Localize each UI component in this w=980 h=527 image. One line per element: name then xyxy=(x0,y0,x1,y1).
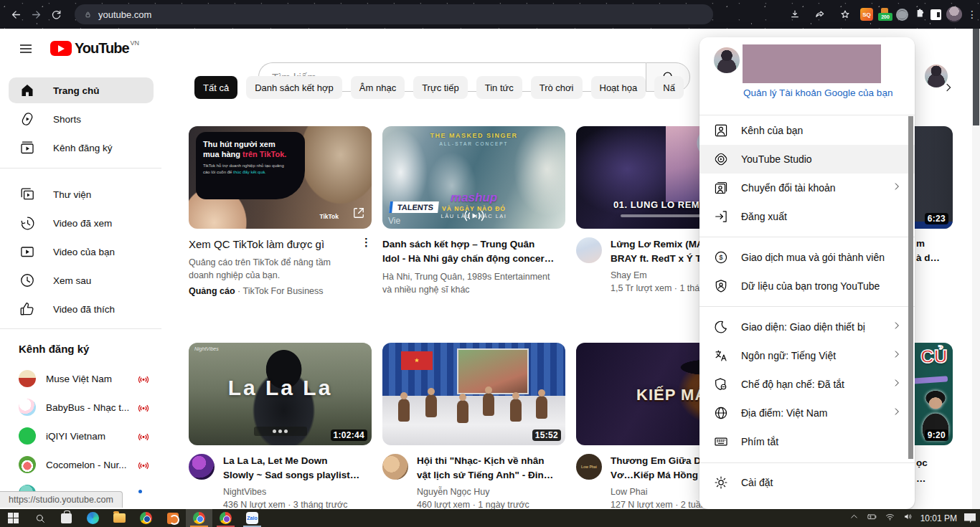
chip-mixes[interactable]: Danh sách kết hợp xyxy=(246,76,342,99)
extensions-puzzle-icon[interactable] xyxy=(913,7,925,22)
extension-sq-icon[interactable]: SQ xyxy=(860,8,873,21)
menu-item-appearance[interactable]: Giao diện: Giao diện thiết bị xyxy=(699,313,915,341)
channel-name[interactable]: NightVibes xyxy=(223,485,372,498)
menu-divider xyxy=(699,115,915,115)
taskbar-orange-app-icon[interactable] xyxy=(159,509,186,527)
sidebar-item-label: Video của bạn xyxy=(53,247,115,257)
video-title[interactable]: La La La, Let Me Down xyxy=(223,454,372,468)
scrollbar-thumb[interactable] xyxy=(973,29,979,125)
menu-item-settings[interactable]: Cài đặt xyxy=(699,468,915,497)
sidebar-item-home[interactable]: Trang chủ xyxy=(0,76,162,105)
chip-cooking[interactable]: Nấ xyxy=(654,76,684,99)
reload-button[interactable] xyxy=(46,4,66,24)
hamburger-menu-icon[interactable] xyxy=(17,40,34,57)
sidebar-item-history[interactable]: Video đã xem xyxy=(0,209,162,237)
menu-item-your-channel[interactable]: Kênh của bạn xyxy=(699,116,915,145)
download-icon[interactable] xyxy=(785,4,805,24)
video-thumbnail[interactable]: 15:52 xyxy=(382,343,565,445)
video-title[interactable]: vật lịch sử Tiếng Anh" - Đin… xyxy=(417,468,565,483)
taskbar-browser2-icon[interactable] xyxy=(212,509,239,527)
chip-music[interactable]: Âm nhạc xyxy=(351,76,405,99)
menu-item-your-data[interactable]: Dữ liệu của bạn trong YouTube xyxy=(699,272,915,300)
menu-item-language[interactable]: Ngôn ngữ: Tiếng Việt xyxy=(699,341,915,370)
kebab-menu-icon[interactable]: ⋮ xyxy=(361,237,372,247)
sidebar-item-subscriptions[interactable]: Kênh đăng ký xyxy=(0,133,162,162)
channel-avatar xyxy=(19,456,36,473)
sidebar-item-library[interactable]: Thư viện xyxy=(0,180,162,209)
channel-name: Muse Việt Nam xyxy=(46,374,138,384)
chip-gaming[interactable]: Trò chơi xyxy=(531,76,583,99)
taskbar-zalo-icon[interactable]: Zalo xyxy=(239,509,265,527)
taskbar-chrome-icon[interactable] xyxy=(186,509,212,527)
chip-live[interactable]: Trực tiếp xyxy=(413,76,468,99)
channel-name[interactable]: Nguyễn Ngọc Huy xyxy=(417,485,565,498)
bookmark-star-icon[interactable] xyxy=(835,4,855,24)
stage-backdrop xyxy=(457,348,529,394)
sidebar-item-watch-later[interactable]: Xem sau xyxy=(0,266,162,295)
video-title[interactable]: Danh sách kết hợp – Trung Quân xyxy=(382,237,565,252)
svg-text:$: $ xyxy=(719,253,723,261)
volume-icon[interactable] xyxy=(903,511,913,525)
share-icon[interactable] xyxy=(810,4,830,24)
wifi-icon[interactable] xyxy=(885,511,895,525)
sidebar-item-label: Video đã thích xyxy=(53,304,115,315)
sidebar-item-your-videos[interactable]: Video của bạn xyxy=(0,237,162,266)
logo-text: YouTube xyxy=(75,41,129,56)
youtube-logo[interactable]: YouTube VN xyxy=(50,41,139,56)
battery-icon[interactable] xyxy=(867,511,877,525)
menu-scrollbar-thumb[interactable] xyxy=(908,116,913,459)
address-bar[interactable]: youtube.com xyxy=(75,4,713,24)
chevron-right-icon xyxy=(892,181,902,194)
clock[interactable]: 10:01 PM xyxy=(920,513,957,523)
sidebar-channel-babybus[interactable]: BabyBus - Nhạc t... xyxy=(0,393,162,422)
video-thumbnail[interactable]: NightVibes La La La 1:02:44 xyxy=(189,343,372,445)
extension-globe-icon[interactable] xyxy=(896,9,908,21)
menu-item-sign-out[interactable]: Đăng xuất xyxy=(699,202,915,231)
channel-avatar[interactable] xyxy=(189,454,215,480)
chips-scroll-right-icon[interactable] xyxy=(940,79,957,96)
extension-square-icon[interactable] xyxy=(930,9,941,20)
video-title[interactable]: Xem QC TikTok làm được gì xyxy=(189,237,372,252)
taskbar-edge-icon[interactable] xyxy=(80,509,106,527)
action-center-icon[interactable] xyxy=(964,513,976,523)
sidebar-item-liked-videos[interactable]: Video đã thích xyxy=(0,295,162,323)
channel-avatar[interactable] xyxy=(382,454,408,480)
taskbar-store-icon[interactable] xyxy=(53,509,80,527)
sidebar-channel-muse[interactable]: Muse Việt Nam xyxy=(0,364,162,393)
taskbar-search-icon[interactable] xyxy=(27,509,53,527)
channel-avatar[interactable]: Low Phai xyxy=(576,454,602,480)
chip-news[interactable]: Tin tức xyxy=(476,76,522,99)
video-title[interactable]: Hội thi "Nhạc- Kịch về nhân xyxy=(417,454,565,468)
channel-name[interactable]: Hà Nhi, Trung Quân, 1989s Entertainment xyxy=(382,270,565,283)
video-title[interactable]: Slowly ~ Sad songs playlist… xyxy=(223,468,372,483)
menu-item-location[interactable]: Địa điểm: Việt Nam xyxy=(699,399,915,427)
taskbar-coccoc-icon[interactable] xyxy=(133,509,159,527)
extension-badge-icon[interactable]: 200 xyxy=(878,8,891,21)
video-thumbnail[interactable]: Thu hút người xem mua hàng trên TikTok. … xyxy=(189,126,372,229)
sidebar-channel-cocomelon[interactable]: Cocomelon - Nur... xyxy=(0,450,162,479)
browser-chrome: youtube.com SQ 200 ⋮ xyxy=(0,0,980,29)
browser-profile-avatar[interactable] xyxy=(946,6,962,22)
video-thumbnail[interactable]: THE MASKED SINGER ALL-STAR CONCEPT mashu… xyxy=(382,126,565,229)
back-button[interactable] xyxy=(6,4,26,24)
chip-animation[interactable]: Hoạt họa xyxy=(591,76,646,99)
channel-avatar[interactable] xyxy=(576,237,602,263)
tray-chevron-icon[interactable] xyxy=(849,511,859,525)
taskbar-explorer-icon[interactable] xyxy=(106,509,133,527)
forward-button[interactable] xyxy=(26,4,46,24)
menu-item-youtube-studio[interactable]: YouTube Studio xyxy=(699,145,915,174)
sidebar-item-shorts[interactable]: Shorts xyxy=(0,105,162,133)
browser-menu-icon[interactable]: ⋮ xyxy=(967,9,977,20)
menu-item-switch-account[interactable]: Chuyển đổi tài khoản xyxy=(699,174,915,202)
page-scrollbar[interactable] xyxy=(972,29,980,509)
chip-all[interactable]: Tất cả xyxy=(194,76,237,99)
live-icon xyxy=(138,374,149,384)
start-button[interactable] xyxy=(0,509,27,527)
menu-item-restricted-mode[interactable]: Chế độ hạn chế: Đã tắt xyxy=(699,370,915,399)
sidebar-channel-iqiyi[interactable]: iQIYI Vietnam xyxy=(0,422,162,450)
menu-item-purchases[interactable]: $ Giao dịch mua và gói thành viên xyxy=(699,243,915,272)
manage-google-account-link[interactable]: Quản lý Tài khoản Google của bạn xyxy=(743,87,892,98)
ad-subtext: cáo lôi cuốn để xyxy=(203,170,233,174)
menu-item-keyboard-shortcuts[interactable]: Phím tắt xyxy=(699,427,915,456)
video-title[interactable]: Idol - Hà Nhi gây chấn động concer… xyxy=(382,252,565,266)
